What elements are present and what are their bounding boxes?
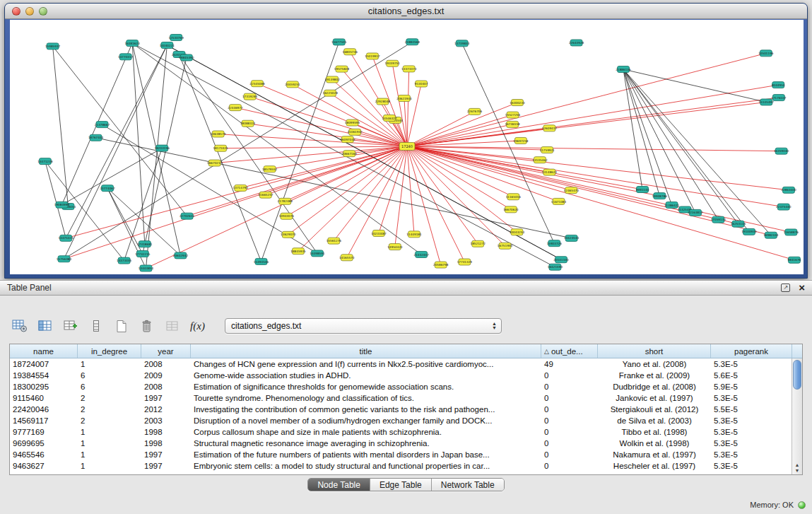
cell-short[interactable]: Franke et al. (2009): [598, 370, 711, 381]
cell-pagerank[interactable]: 5.3E-5: [711, 358, 792, 370]
column-header-year[interactable]: year: [141, 344, 191, 358]
cell-out_degree[interactable]: 0: [541, 415, 598, 426]
table-row[interactable]: 1456911722003Disruption of a novel membe…: [10, 415, 802, 426]
cell-title[interactable]: Changes of HCN gene expression and I(f) …: [191, 358, 541, 370]
cell-name[interactable]: 9777169: [10, 426, 78, 438]
cell-out_degree[interactable]: 0: [541, 404, 598, 415]
cell-pagerank[interactable]: 5.3E-5: [711, 392, 792, 404]
cell-year[interactable]: 1998: [141, 426, 191, 438]
cell-in_degree[interactable]: 2: [78, 404, 141, 415]
cell-pagerank[interactable]: 5.3E-5: [711, 415, 792, 426]
scroll-down-icon[interactable]: ▼: [795, 468, 800, 474]
create-column-icon[interactable]: [61, 317, 80, 334]
column-header-out_degree[interactable]: △out_de...: [541, 344, 598, 358]
table-row[interactable]: 911546021997Tourette syndrome. Phenomeno…: [10, 392, 802, 404]
cell-title[interactable]: Estimation of significance thresholds fo…: [191, 381, 541, 392]
cell-out_degree[interactable]: 49: [541, 358, 598, 370]
cell-in_degree[interactable]: 6: [78, 370, 141, 381]
cell-name[interactable]: 14569117: [10, 415, 78, 426]
table-row[interactable]: 946554611997Estimation of the future num…: [10, 449, 802, 460]
zoom-window-icon[interactable]: [39, 7, 47, 16]
cell-year[interactable]: 2009: [141, 370, 191, 381]
new-table-icon[interactable]: [112, 317, 131, 334]
cell-year[interactable]: 2003: [141, 415, 191, 426]
cell-in_degree[interactable]: 6: [78, 381, 141, 392]
network-canvas-area[interactable]: 1724022676706163002331552725616746558126…: [10, 20, 804, 274]
cell-in_degree[interactable]: 2: [78, 415, 141, 426]
cell-name[interactable]: 18724007: [10, 358, 78, 370]
cell-in_degree[interactable]: 1: [78, 358, 141, 370]
cell-pagerank[interactable]: 5.3E-5: [711, 449, 792, 460]
close-window-icon[interactable]: [12, 7, 20, 16]
tab-node-table[interactable]: Node Table: [308, 479, 370, 491]
cell-title[interactable]: Corpus callosum shape and size in male p…: [191, 426, 541, 438]
cell-name[interactable]: 9115460: [10, 392, 78, 404]
cell-title[interactable]: Tourette syndrome. Phenomenology and cla…: [191, 392, 541, 404]
cell-short[interactable]: Dudbridge et al. (2008): [598, 381, 711, 392]
cell-name[interactable]: 9699695: [10, 438, 78, 449]
table-row[interactable]: 1830029562008Estimation of significance …: [10, 381, 802, 392]
column-header-in_degree[interactable]: in_degree: [78, 344, 141, 358]
cell-short[interactable]: Stergiakouli et al. (2012): [598, 404, 711, 415]
import-table-icon-disabled[interactable]: [163, 317, 182, 334]
cell-title[interactable]: Estimation of the future numbers of pati…: [191, 449, 541, 460]
cell-name[interactable]: 9463627: [10, 460, 78, 472]
cell-out_degree[interactable]: 0: [541, 426, 598, 438]
column-header-short[interactable]: short: [598, 344, 711, 358]
cell-name[interactable]: 19384554: [10, 370, 78, 381]
cell-in_degree[interactable]: 1: [78, 460, 141, 472]
cell-in_degree[interactable]: 1: [78, 438, 141, 449]
cell-title[interactable]: Genome-wide association studies in ADHD.: [191, 370, 541, 381]
cell-pagerank[interactable]: 5.3E-5: [711, 438, 792, 449]
float-panel-icon[interactable]: ↗: [781, 284, 790, 292]
close-panel-icon[interactable]: ×: [799, 283, 805, 293]
table-row[interactable]: 946362711997Embryonic stem cells: a mode…: [10, 460, 802, 472]
scrollbar-thumb[interactable]: [793, 360, 801, 390]
cell-year[interactable]: 2008: [141, 358, 191, 370]
cell-short[interactable]: Hescheler et al. (1997): [598, 460, 711, 472]
cell-in_degree[interactable]: 2: [78, 392, 141, 404]
cell-out_degree[interactable]: 0: [541, 370, 598, 381]
cell-title[interactable]: Embryonic stem cells: a model to study s…: [191, 460, 541, 472]
table-vertical-scrollbar[interactable]: ▲ ▼: [792, 358, 802, 474]
cell-title[interactable]: Structural magnetic resonance image aver…: [191, 438, 541, 449]
cell-out_degree[interactable]: 0: [541, 392, 598, 404]
cell-out_degree[interactable]: 0: [541, 381, 598, 392]
table-row[interactable]: 2242004622012Investigating the contribut…: [10, 404, 802, 415]
cell-in_degree[interactable]: 1: [78, 449, 141, 460]
cell-name[interactable]: 18300295: [10, 381, 78, 392]
table-selector-combobox[interactable]: citations_edges.txt ▲▼: [225, 318, 502, 334]
cell-year[interactable]: 2012: [141, 404, 191, 415]
cell-out_degree[interactable]: 0: [541, 460, 598, 472]
cell-pagerank[interactable]: 5.9E-5: [711, 381, 792, 392]
cell-out_degree[interactable]: 0: [541, 449, 598, 460]
column-header-name[interactable]: name: [10, 344, 78, 358]
delete-table-icon[interactable]: [137, 317, 156, 334]
tab-edge-table[interactable]: Edge Table: [370, 479, 432, 491]
cell-year[interactable]: 2008: [141, 381, 191, 392]
cell-pagerank[interactable]: 5.3E-5: [711, 460, 792, 472]
tab-network-table[interactable]: Network Table: [432, 479, 504, 491]
cell-short[interactable]: de Silva et al. (2003): [598, 415, 711, 426]
cell-out_degree[interactable]: 0: [541, 438, 598, 449]
column-header-title[interactable]: title: [191, 344, 541, 358]
show-columns-icon[interactable]: [35, 317, 54, 334]
cell-short[interactable]: Tibbo et al. (1998): [598, 426, 711, 438]
cell-pagerank[interactable]: 5.5E-5: [711, 404, 792, 415]
network-canvas[interactable]: 1724022676706163002331552725616746558126…: [10, 20, 804, 274]
cell-short[interactable]: Yano et al. (2008): [598, 358, 711, 370]
table-row[interactable]: 1872400712008Changes of HCN gene express…: [10, 358, 802, 370]
table-row[interactable]: 1938455462009Genome-wide association stu…: [10, 370, 802, 381]
cell-year[interactable]: 1997: [141, 392, 191, 404]
cell-year[interactable]: 1998: [141, 438, 191, 449]
cell-short[interactable]: Wolkin et al. (1998): [598, 438, 711, 449]
table-row[interactable]: 969969511998Structural magnetic resonanc…: [10, 438, 802, 449]
table-row[interactable]: 977716911998Corpus callosum shape and si…: [10, 426, 802, 438]
cell-pagerank[interactable]: 5.6E-5: [711, 370, 792, 381]
cell-year[interactable]: 1997: [141, 449, 191, 460]
function-builder-icon[interactable]: f(x): [188, 317, 207, 334]
window-titlebar[interactable]: citations_edges.txt: [5, 4, 807, 19]
table-mode-icon[interactable]: [10, 317, 29, 334]
column-header-pagerank[interactable]: pagerank: [711, 344, 792, 358]
cell-short[interactable]: Jankovic et al. (1997): [598, 392, 711, 404]
